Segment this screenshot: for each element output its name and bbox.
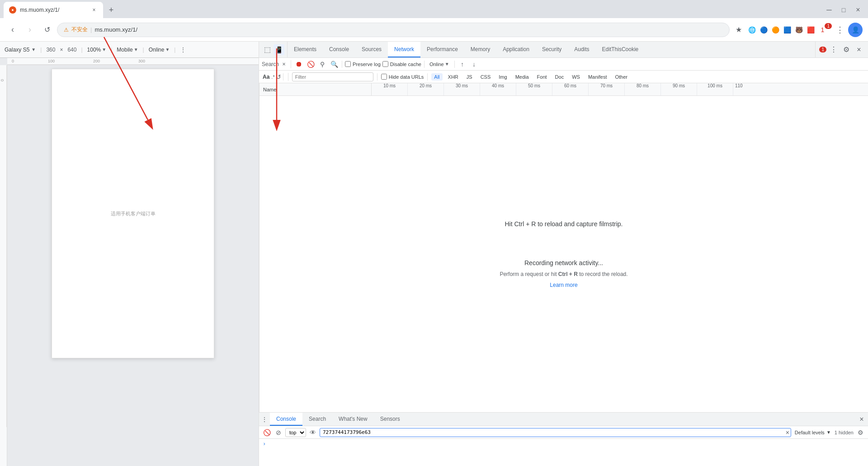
- filter-other[interactable]: Other: [612, 73, 630, 81]
- tab-application[interactable]: Application: [496, 42, 536, 57]
- tab-sources[interactable]: Sources: [355, 42, 388, 57]
- ext-icon-2[interactable]: 🔵: [759, 25, 769, 35]
- bottom-tab-sensors[interactable]: Sensors: [374, 413, 406, 426]
- device-selector[interactable]: Galaxy S5 ▼: [5, 47, 36, 53]
- tab-audits[interactable]: Audits: [568, 42, 595, 57]
- security-icon: ⚠: [64, 27, 69, 33]
- ext-icon-1[interactable]: 🌐: [747, 25, 757, 35]
- search-requests-button[interactable]: 🔍: [329, 59, 339, 69]
- default-levels-label: Default levels: [795, 430, 825, 435]
- regex-button[interactable]: .*: [271, 74, 274, 80]
- console-clear-btn[interactable]: 🚫: [262, 428, 272, 437]
- browser-tab[interactable]: ● ms.muom.xyz/1/ ×: [4, 2, 103, 18]
- tab-security[interactable]: Security: [536, 42, 568, 57]
- console-caret: ›: [263, 441, 266, 447]
- filter-js[interactable]: JS: [464, 73, 475, 81]
- mobile-frame[interactable]: 适用手机客户端订单: [52, 69, 214, 358]
- clear-button[interactable]: 🚫: [306, 59, 316, 69]
- hide-data-urls-label[interactable]: Hide data URLs: [381, 74, 424, 80]
- record-button[interactable]: ⏺: [294, 59, 304, 69]
- tab-memory[interactable]: Memory: [464, 42, 496, 57]
- console-context-select[interactable]: top: [285, 428, 306, 437]
- mobile-selector[interactable]: Mobile ▼: [117, 47, 138, 53]
- preserve-log-label[interactable]: Preserve log: [345, 61, 381, 67]
- ext-icon-4[interactable]: 🟦: [782, 25, 792, 35]
- upload-button[interactable]: ↑: [458, 59, 467, 69]
- tab-console[interactable]: Console: [323, 42, 355, 57]
- zoom-selector[interactable]: 100% ▼: [87, 47, 107, 53]
- bottom-tab-search[interactable]: Search: [302, 413, 332, 426]
- disable-cache-text: Disable cache: [390, 62, 421, 67]
- timeline-60ms: 60 ms: [552, 83, 589, 95]
- address-bar: ‹ › ↺ ⚠ 不安全 | ms.muom.xyz/1/ ★ 🌐 🔵 🟠 🟦 🐻…: [0, 18, 868, 42]
- forward-button[interactable]: ›: [23, 23, 37, 37]
- back-button[interactable]: ‹: [5, 23, 20, 37]
- filter-input[interactable]: [292, 72, 373, 81]
- bottom-tab-whatsnew[interactable]: What's New: [332, 413, 374, 426]
- tab-performance[interactable]: Performance: [420, 42, 464, 57]
- bottom-tab-console[interactable]: Console: [270, 413, 302, 426]
- console-eye-btn[interactable]: 👁: [308, 428, 318, 437]
- devtools-panel: ⬚ 📱 Elements Console Sources Network Per…: [259, 42, 868, 466]
- online-selector[interactable]: Online ▼: [427, 61, 452, 67]
- ext-icon-6[interactable]: 🟥: [806, 25, 816, 35]
- dim-x: ×: [60, 47, 63, 53]
- filter-css[interactable]: CSS: [478, 73, 494, 81]
- devtools-settings-button[interactable]: ⚙: [841, 44, 852, 55]
- bottom-panel-close-button[interactable]: ×: [855, 413, 868, 426]
- disable-cache-label[interactable]: Disable cache: [382, 61, 421, 67]
- console-input-wrapper: ×: [320, 428, 791, 437]
- filter-all[interactable]: All: [431, 73, 442, 81]
- filter-img[interactable]: Img: [496, 73, 509, 81]
- inspect-element-button[interactable]: ⬚: [262, 44, 273, 55]
- preserve-log-checkbox[interactable]: [345, 61, 351, 67]
- ext-icon-3[interactable]: 🟠: [770, 25, 780, 35]
- sep4: |: [143, 47, 144, 53]
- devtools-close-button[interactable]: ×: [854, 44, 864, 55]
- ext-icon-5[interactable]: 🐻: [794, 25, 804, 35]
- filter-xhr[interactable]: XHR: [445, 73, 461, 81]
- default-levels-selector[interactable]: Default levels ▼: [793, 430, 833, 435]
- more-button[interactable]: ⋮: [834, 24, 846, 36]
- filter-media[interactable]: Media: [513, 73, 532, 81]
- hidden-count: 1 hidden: [835, 430, 854, 435]
- zoom-dropdown-icon: ▼: [102, 47, 106, 52]
- filter-toggle-button[interactable]: ⚲: [317, 59, 327, 69]
- bottom-menu-btn[interactable]: ⋮: [259, 413, 270, 426]
- tab-close-icon[interactable]: ×: [90, 6, 98, 14]
- aa-button[interactable]: Aa: [262, 73, 270, 81]
- close-button[interactable]: ×: [852, 4, 864, 16]
- disable-cache-checkbox[interactable]: [382, 61, 388, 67]
- tab-elements[interactable]: Elements: [288, 42, 323, 57]
- filter-doc[interactable]: Doc: [552, 73, 567, 81]
- profile-button[interactable]: 👤: [848, 23, 863, 37]
- filter-font[interactable]: Font: [534, 73, 550, 81]
- console-input[interactable]: [320, 428, 791, 437]
- network-selector[interactable]: Online ▼: [149, 47, 170, 53]
- learn-more-link[interactable]: Learn more: [550, 282, 577, 288]
- ruler-horizontal: 0 100 200 300: [7, 58, 259, 65]
- network-label: Online: [149, 47, 165, 53]
- timeline-10ms: 10 ms: [372, 83, 408, 95]
- tab-network[interactable]: Network: [388, 42, 420, 57]
- hide-data-urls-checkbox[interactable]: [381, 74, 387, 80]
- mobile-label: Mobile: [117, 47, 132, 53]
- bookmark-button[interactable]: ★: [732, 24, 745, 36]
- reload-button[interactable]: ↺: [40, 23, 54, 37]
- console-block-btn[interactable]: ⊘: [274, 428, 283, 437]
- minimize-button[interactable]: ─: [823, 4, 835, 16]
- devtools-more-button[interactable]: ⋮: [828, 44, 839, 55]
- download-button[interactable]: ↓: [469, 59, 479, 69]
- device-toggle-button[interactable]: 📱: [274, 44, 284, 55]
- console-settings-btn[interactable]: ⚙: [855, 428, 865, 437]
- filter-ws[interactable]: WS: [569, 73, 583, 81]
- restore-button[interactable]: □: [837, 4, 850, 16]
- console-input-clear-btn[interactable]: ×: [786, 429, 789, 436]
- tab-editthiscookie[interactable]: EditThisCookie: [596, 42, 645, 57]
- filter-manifest[interactable]: Manifest: [585, 73, 610, 81]
- more-emulator-btn[interactable]: ⋮: [180, 46, 186, 53]
- new-tab-button[interactable]: +: [105, 4, 118, 16]
- search-close-button[interactable]: ×: [280, 60, 288, 68]
- address-input[interactable]: ⚠ 不安全 | ms.muom.xyz/1/: [57, 23, 730, 37]
- reload-icon-button[interactable]: ↺: [276, 73, 281, 81]
